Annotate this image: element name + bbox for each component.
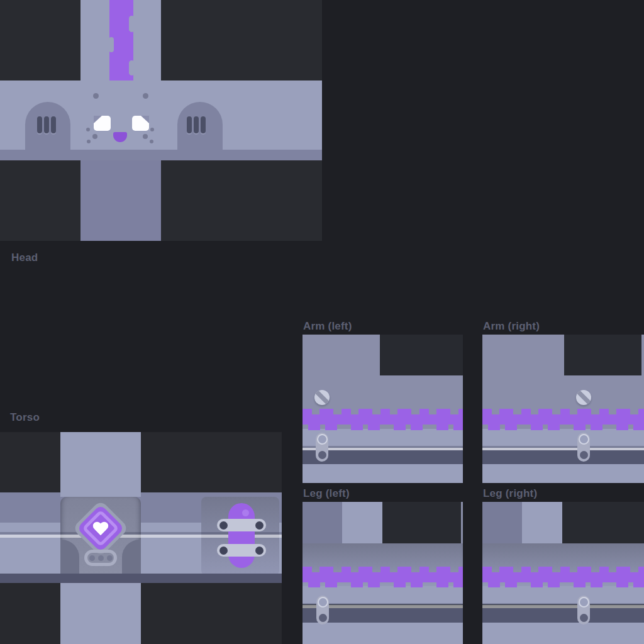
leg-right-label: Leg (right) bbox=[483, 487, 537, 500]
arm-light-band bbox=[482, 429, 644, 447]
arm-bottom-band bbox=[482, 464, 644, 483]
freckle bbox=[143, 93, 148, 99]
leg-bottom-band bbox=[482, 623, 644, 644]
ear-right bbox=[177, 102, 223, 160]
heart-icon bbox=[92, 522, 109, 536]
leg-edge-sliver bbox=[461, 502, 463, 543]
eyelid-left bbox=[94, 116, 102, 123]
torso-label: Torso bbox=[10, 411, 40, 424]
arm-right-label: Arm (right) bbox=[483, 320, 540, 333]
leg-top-light-block bbox=[342, 502, 382, 543]
leg-bottom-band bbox=[303, 623, 463, 644]
vent-dot bbox=[98, 555, 104, 561]
skin-texture-preview: Head Torso bbox=[0, 0, 644, 644]
freckle bbox=[93, 93, 99, 99]
leg-light-band bbox=[482, 586, 644, 604]
leg-left-label: Leg (left) bbox=[303, 487, 350, 500]
uv-empty-notch bbox=[564, 335, 641, 375]
leg-top-slate-block bbox=[482, 502, 522, 543]
freckle bbox=[143, 134, 148, 139]
head-texture-tile[interactable] bbox=[0, 0, 322, 241]
bedroll-strap bbox=[217, 519, 266, 531]
ear-gill-slit bbox=[194, 116, 199, 133]
ear-gill-slit bbox=[187, 116, 192, 133]
torso-texture-tile[interactable] bbox=[0, 432, 282, 644]
freckle bbox=[150, 140, 153, 143]
bedroll-strap bbox=[217, 544, 266, 557]
cuff-dark-band bbox=[482, 450, 644, 464]
zipper-pull bbox=[316, 596, 329, 625]
waist-dark-strip bbox=[0, 574, 282, 583]
vent-dot bbox=[107, 555, 113, 561]
arm-left-label: Arm (left) bbox=[303, 320, 352, 333]
leg-top-slate-block bbox=[303, 502, 342, 543]
ear-gill-slit bbox=[201, 116, 206, 133]
vent-dot bbox=[89, 555, 95, 561]
zipper-pull bbox=[316, 433, 328, 462]
ear-gill-slit bbox=[51, 116, 56, 133]
arm-right-texture-tile[interactable] bbox=[482, 335, 644, 483]
screw-detail bbox=[314, 390, 330, 405]
freckle bbox=[86, 128, 90, 131]
zipper-pull bbox=[577, 433, 590, 462]
ear-gill-slit bbox=[44, 116, 49, 133]
freckle bbox=[92, 134, 97, 139]
head-bottom-flap bbox=[80, 160, 161, 241]
mane-notch bbox=[129, 60, 135, 75]
arm-bottom-band bbox=[303, 464, 463, 483]
freckle bbox=[87, 140, 91, 143]
vent-pill bbox=[84, 550, 117, 566]
eyelid-right bbox=[141, 116, 149, 123]
torso-bottom-flap bbox=[60, 583, 141, 644]
bedroll-capsule bbox=[228, 503, 255, 568]
uv-empty-notch bbox=[380, 335, 463, 375]
cuff-dark-band bbox=[482, 608, 644, 623]
head-label: Head bbox=[11, 252, 38, 264]
arm-left-texture-tile[interactable] bbox=[303, 335, 463, 483]
fur-stripe bbox=[303, 567, 463, 587]
screw-detail bbox=[576, 390, 591, 405]
head-top-flap bbox=[80, 0, 161, 80]
fur-stripe bbox=[482, 567, 644, 587]
ear-gill-slit bbox=[37, 116, 42, 133]
leg-top-light-block bbox=[522, 502, 562, 543]
fur-stripe bbox=[482, 409, 644, 430]
leg-left-texture-tile[interactable] bbox=[303, 502, 463, 644]
zipper-pull bbox=[577, 596, 590, 625]
freckle bbox=[150, 128, 154, 131]
mane-notch bbox=[129, 16, 135, 32]
fur-stripe bbox=[303, 409, 463, 430]
torso-top-flap bbox=[60, 432, 141, 497]
bedroll-highlight bbox=[242, 509, 249, 516]
leg-right-texture-tile[interactable] bbox=[482, 502, 644, 644]
mane-notch bbox=[109, 37, 114, 52]
